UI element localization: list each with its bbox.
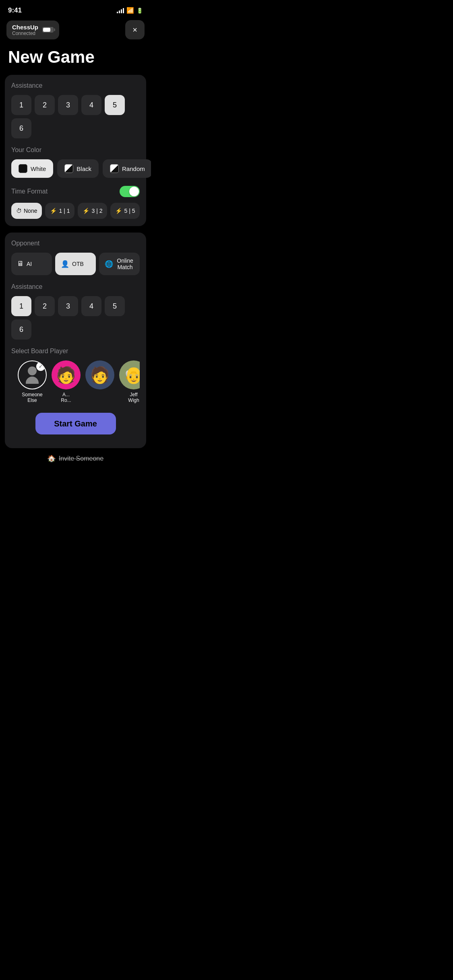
player-someone-else[interactable]: ✓ SomeoneElse <box>18 360 47 403</box>
assistance-levels-row-2: 1 2 3 4 5 6 <box>11 296 140 340</box>
players-row: ✓ SomeoneElse 🧑 A...Ro... 🧑 <box>11 360 140 410</box>
lightning-icon-2: ⚡ <box>83 208 89 214</box>
time-format-label: Time Format <box>11 188 48 195</box>
assistance-levels-row: 1 2 3 4 5 6 <box>11 95 140 138</box>
lightning-icon-3: ⚡ <box>115 208 122 214</box>
avatar-emoji-2: 🧑 <box>56 367 76 383</box>
page-title: New Game <box>0 43 151 75</box>
white-swatch-icon <box>19 164 27 173</box>
battery-icon: 🔋 <box>137 8 143 14</box>
chip-icon: 🖥 <box>17 260 24 268</box>
assistance-level-6[interactable]: 6 <box>11 118 31 138</box>
opponent-ai-label: AI <box>27 261 32 267</box>
time-3-2-button[interactable]: ⚡ 3 | 2 <box>78 203 107 219</box>
opponent-otb-label: OTB <box>72 261 84 267</box>
time-1-1-label: 1 | 1 <box>59 208 70 214</box>
opponent-label: Opponent <box>11 240 140 247</box>
chessup-badge: ChessUp Connected <box>6 21 59 39</box>
time-5-5-button[interactable]: ⚡ 5 | 5 <box>110 203 140 219</box>
color-label: Your Color <box>11 146 140 154</box>
status-bar: 9:41 📶 🔋 <box>0 0 151 18</box>
invite-row[interactable]: 🏠 Invite Someone <box>0 455 151 470</box>
invite-label: Invite Someone <box>59 455 103 462</box>
game-settings-card: Assistance 1 2 3 4 5 6 Your Color White … <box>5 75 146 226</box>
color-black-button[interactable]: Black <box>57 159 99 178</box>
color-white-label: White <box>31 165 46 172</box>
color-random-button[interactable]: Random <box>103 159 151 178</box>
player-name-someone-else: SomeoneElse <box>22 392 42 403</box>
player-name-jeff: JeffWigh <box>128 392 139 403</box>
player-3-item[interactable]: 🧑 <box>85 360 114 403</box>
assistance-section-2: Assistance 1 2 3 4 5 6 <box>11 283 140 340</box>
player-avatar-2: 🧑 <box>52 360 81 389</box>
invite-home-icon: 🏠 <box>48 455 56 462</box>
color-random-label: Random <box>122 165 145 172</box>
assistance2-level-3[interactable]: 3 <box>58 296 78 316</box>
board-player-label: Select Board Player <box>11 348 140 355</box>
player-avatar-jeff: 👴 <box>119 360 140 389</box>
opponent-card: Opponent 🖥 AI 👤 OTB 🌐 Online Match Assis… <box>5 233 146 448</box>
time-options-row: ⏱ None ⚡ 1 | 1 ⚡ 3 | 2 ⚡ 5 | 5 <box>11 203 140 219</box>
close-button[interactable]: × <box>125 20 145 39</box>
time-toggle[interactable] <box>120 186 140 197</box>
silhouette-head <box>28 366 37 375</box>
status-icons: 📶 🔋 <box>117 7 143 14</box>
assistance2-level-5[interactable]: 5 <box>105 296 125 316</box>
assistance-level-5[interactable]: 5 <box>105 95 125 115</box>
assistance2-level-1[interactable]: 1 <box>11 296 31 316</box>
color-black-label: Black <box>77 165 91 172</box>
selected-checkmark: ✓ <box>36 362 45 371</box>
status-time: 9:41 <box>8 6 22 14</box>
time-5-5-label: 5 | 5 <box>124 208 135 214</box>
lightning-icon-1: ⚡ <box>50 208 57 214</box>
opponent-ai-button[interactable]: 🖥 AI <box>11 253 52 275</box>
globe-icon: 🌐 <box>105 260 113 268</box>
black-swatch-icon <box>64 164 73 173</box>
player-jeff[interactable]: 👴 JeffWigh <box>119 360 140 403</box>
assistance2-level-2[interactable]: 2 <box>35 296 55 316</box>
wifi-icon: 📶 <box>126 7 134 14</box>
person-icon: 👤 <box>61 260 69 268</box>
clock-icon: ⏱ <box>16 208 22 214</box>
player-avatar-someone-else: ✓ <box>18 360 47 389</box>
player-avatar-3: 🧑 <box>85 360 114 389</box>
time-none-label: None <box>24 208 37 214</box>
board-player-section: Select Board Player ✓ SomeoneElse 🧑 A <box>11 348 140 410</box>
color-options-row: White Black Random <box>11 159 140 178</box>
assistance-label-2: Assistance <box>11 283 140 290</box>
time-3-2-label: 3 | 2 <box>91 208 102 214</box>
silhouette-body <box>26 377 39 384</box>
start-game-button[interactable]: Start Game <box>35 413 116 434</box>
assistance-section: Assistance 1 2 3 4 5 6 <box>11 82 140 138</box>
assistance-level-3[interactable]: 3 <box>58 95 78 115</box>
player-name-2: A...Ro... <box>61 392 71 403</box>
app-name: ChessUp <box>12 24 38 31</box>
color-white-button[interactable]: White <box>11 159 53 178</box>
top-bar: ChessUp Connected × <box>0 18 151 43</box>
opponent-online-label: Online Match <box>116 257 134 270</box>
assistance-level-4[interactable]: 4 <box>81 95 101 115</box>
color-section: Your Color White Black Random <box>11 146 140 178</box>
assistance2-level-6[interactable]: 6 <box>11 319 31 340</box>
time-1-1-button[interactable]: ⚡ 1 | 1 <box>45 203 74 219</box>
toggle-knob <box>129 187 139 196</box>
assistance-level-1[interactable]: 1 <box>11 95 31 115</box>
opponent-options-row: 🖥 AI 👤 OTB 🌐 Online Match <box>11 253 140 275</box>
time-section: Time Format ⏱ None ⚡ 1 | 1 ⚡ 3 | 2 ⚡ 5 |… <box>11 186 140 219</box>
opponent-otb-button[interactable]: 👤 OTB <box>55 253 96 275</box>
player-2-item[interactable]: 🧑 A...Ro... <box>52 360 81 403</box>
time-none-button[interactable]: ⏱ None <box>11 203 42 219</box>
opponent-online-button[interactable]: 🌐 Online Match <box>99 253 140 275</box>
signal-bars-icon <box>117 8 124 13</box>
random-swatch-icon <box>110 164 119 173</box>
assistance-level-2[interactable]: 2 <box>35 95 55 115</box>
assistance2-level-4[interactable]: 4 <box>81 296 101 316</box>
app-status: Connected <box>12 31 38 36</box>
device-battery-icon <box>42 27 54 33</box>
avatar-emoji-3: 🧑 <box>90 367 110 383</box>
avatar-emoji-jeff: 👴 <box>124 367 140 383</box>
assistance-label: Assistance <box>11 82 140 89</box>
